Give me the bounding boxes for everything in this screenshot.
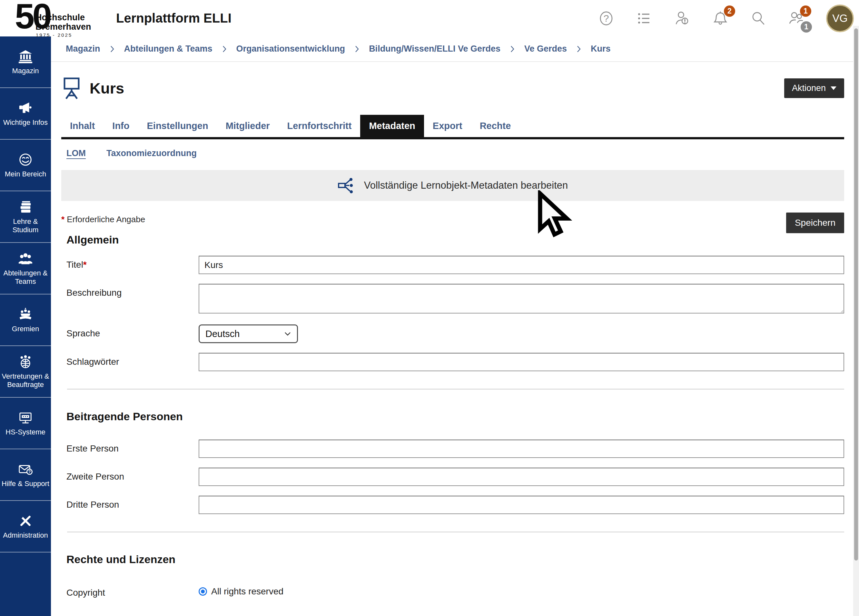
- sidebar-item-wichtige-infos[interactable]: Wichtige Infos: [0, 88, 51, 140]
- section-title-allgemein: Allgemein: [66, 233, 844, 246]
- sidebar-item-label: Vertretungen & Beauftragte: [0, 372, 51, 389]
- app-title: Lernplattform ELLI: [116, 11, 231, 25]
- subtab-lom[interactable]: LOM: [66, 149, 86, 158]
- monitor-icon: [18, 410, 33, 425]
- form-row-schlagwoerter: Schlagwörter: [61, 353, 844, 371]
- bell-icon[interactable]: 2: [712, 10, 729, 27]
- edit-full-metadata-banner[interactable]: Vollständige Lernobjekt-Metadaten bearbe…: [61, 170, 844, 201]
- sprache-select[interactable]: Deutsch: [198, 324, 298, 343]
- copyright-radio-option[interactable]: All rights reserved: [198, 584, 844, 597]
- sidebar: Magazin Wichtige Infos Mein Bereich Lehr…: [0, 36, 51, 616]
- beschreibung-textarea[interactable]: [198, 284, 844, 313]
- dritte-person-label: Dritte Person: [66, 496, 198, 510]
- users-icon[interactable]: 1 1: [788, 10, 805, 27]
- zweite-person-label: Zweite Person: [66, 467, 198, 482]
- radio-dot: [201, 589, 205, 593]
- sidebar-item-label: Administration: [2, 531, 49, 539]
- scrollbar-track[interactable]: [853, 26, 859, 616]
- avatar[interactable]: VG: [826, 5, 854, 32]
- breadcrumb-item[interactable]: Magazin: [66, 44, 100, 54]
- chevron-right-icon: [355, 45, 359, 53]
- erste-person-input[interactable]: [198, 439, 844, 458]
- content-area: Magazin Abteilungen & Teams Organisation…: [51, 36, 859, 616]
- sidebar-item-vertretungen[interactable]: Vertretungen & Beauftragte: [0, 346, 51, 398]
- required-hint-text: Erforderliche Angabe: [67, 214, 145, 224]
- megaphone-icon: [18, 101, 33, 116]
- subtab-taxonomiezuordnung[interactable]: Taxonomiezuordnung: [106, 149, 197, 158]
- breadcrumb-item[interactable]: Ve Gerdes: [524, 44, 567, 54]
- zweite-person-input[interactable]: [198, 467, 844, 486]
- globe-people-icon: [18, 355, 33, 369]
- tab-info[interactable]: Info: [103, 115, 138, 137]
- list-icon[interactable]: [636, 10, 653, 27]
- titel-label-text: Titel: [66, 260, 83, 270]
- radio-selected-icon[interactable]: [198, 587, 207, 596]
- sidebar-item-label: Mein Bereich: [4, 170, 47, 178]
- beschreibung-label: Beschreibung: [66, 284, 198, 298]
- tab-mitglieder[interactable]: Mitglieder: [217, 115, 279, 137]
- search-icon[interactable]: [750, 10, 767, 27]
- section-title-beitragende: Beitragende Personen: [66, 410, 844, 423]
- help-icon[interactable]: ?: [598, 10, 615, 27]
- sidebar-item-gremien[interactable]: Gremien: [0, 294, 51, 346]
- form-header: * Erforderliche Angabe Speichern Allgeme…: [61, 214, 844, 246]
- scrollbar-thumb[interactable]: [854, 28, 858, 561]
- tab-export[interactable]: Export: [424, 115, 471, 137]
- bank-icon: [18, 49, 33, 64]
- page-title: Kurs: [90, 79, 124, 97]
- banner-label: Vollständige Lernobjekt-Metadaten bearbe…: [364, 180, 568, 191]
- sidebar-item-lehre-studium[interactable]: Lehre & Studium: [0, 191, 51, 243]
- sidebar-item-administration[interactable]: Administration: [0, 501, 51, 552]
- sidebar-item-label: Lehre & Studium: [0, 217, 51, 234]
- aktionen-button[interactable]: Aktionen: [784, 78, 844, 98]
- sidebar-item-abteilungen-teams[interactable]: Abteilungen & Teams: [0, 243, 51, 294]
- tab-rechte[interactable]: Rechte: [471, 115, 520, 137]
- group-icon: [18, 251, 33, 266]
- users-badge-top: 1: [800, 5, 811, 17]
- tab-inhalt[interactable]: Inhalt: [61, 115, 103, 137]
- chevron-right-icon: [576, 45, 581, 53]
- section-divider: [67, 389, 844, 389]
- tab-metadaten[interactable]: Metadaten: [360, 115, 424, 137]
- sidebar-item-hs-systeme[interactable]: HS-Systeme: [0, 398, 51, 449]
- tab-bar: Inhalt Info Einstellungen Mitglieder Ler…: [61, 115, 844, 139]
- form-row-zweite-person: Zweite Person: [61, 467, 844, 486]
- form-row-copyright: Copyright All rights reserved: [61, 584, 844, 598]
- sidebar-item-label: HS-Systeme: [5, 428, 46, 436]
- chevron-right-icon: [110, 45, 114, 53]
- chevron-right-icon: [222, 45, 226, 53]
- tab-lernfortschritt[interactable]: Lernfortschritt: [279, 115, 361, 137]
- main-panel: Kurs Aktionen Inhalt Info Einstellungen …: [51, 76, 859, 598]
- bell-badge: 2: [724, 5, 735, 17]
- form-row-beschreibung: Beschreibung: [61, 284, 844, 315]
- university-logo: 50 Hochschule Bremerhaven 1975 - 2025: [15, 1, 121, 36]
- logo-line1: Hochschule: [36, 13, 91, 22]
- course-board-icon: [61, 76, 82, 100]
- sidebar-item-label: Magazin: [11, 67, 40, 75]
- dritte-person-input[interactable]: [198, 496, 844, 514]
- breadcrumb: Magazin Abteilungen & Teams Organisation…: [51, 36, 859, 62]
- breadcrumb-item[interactable]: Bildung/Wissen/ELLI Ve Gerdes: [369, 44, 500, 54]
- logo-years: 1975 - 2025: [36, 32, 72, 38]
- sidebar-item-mein-bereich[interactable]: Mein Bereich: [0, 140, 51, 191]
- tab-einstellungen[interactable]: Einstellungen: [138, 115, 217, 137]
- breadcrumb-item-current[interactable]: Kurs: [591, 44, 611, 54]
- form-row-titel: Titel*: [61, 256, 844, 274]
- caret-down-icon: [831, 86, 836, 90]
- page-title-row: Kurs Aktionen: [61, 76, 844, 100]
- section-title-rechte: Rechte und Lizenzen: [66, 553, 844, 566]
- sidebar-item-label: Hilfe & Support: [1, 480, 50, 488]
- sidebar-item-magazin[interactable]: Magazin: [0, 36, 51, 88]
- users-badge-bottom: 1: [801, 21, 812, 33]
- schlagwoerter-input[interactable]: [198, 353, 844, 371]
- speichern-button[interactable]: Speichern: [786, 213, 844, 233]
- user-status-icon[interactable]: [674, 10, 691, 27]
- titel-input[interactable]: [198, 256, 844, 274]
- breadcrumb-item[interactable]: Abteilungen & Teams: [124, 44, 212, 54]
- books-icon: [18, 200, 33, 214]
- sidebar-item-hilfe-support[interactable]: ? Hilfe & Support: [0, 449, 51, 501]
- sidebar-item-label: Abteilungen & Teams: [0, 269, 51, 286]
- breadcrumb-item[interactable]: Organisationsentwicklung: [236, 44, 345, 54]
- titel-label: Titel*: [66, 256, 198, 270]
- chevron-down-icon: [283, 330, 292, 338]
